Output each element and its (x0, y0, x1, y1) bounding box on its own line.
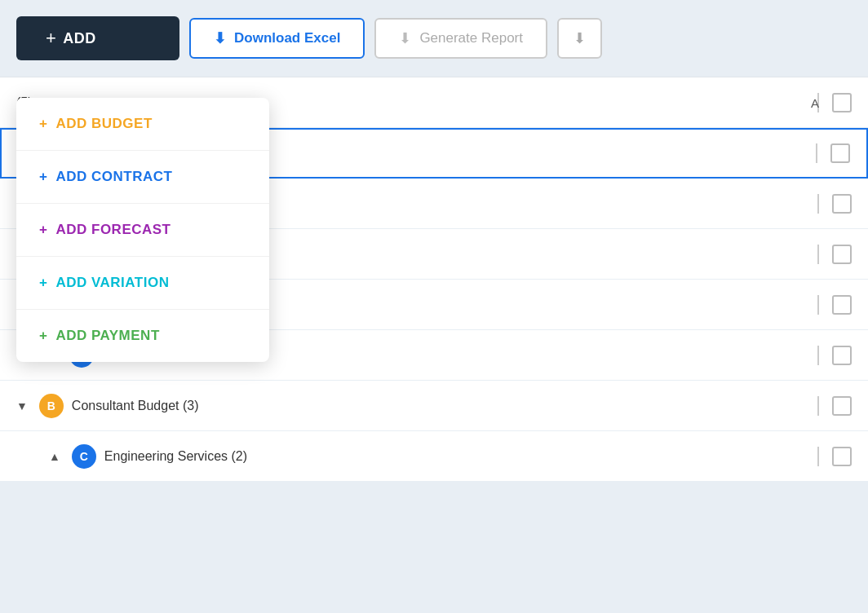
plus-icon: + (39, 275, 47, 291)
toolbar: + ADD ⬇ Download Excel ⬇ Generate Report… (0, 0, 868, 77)
download-excel-button[interactable]: ⬇ Download Excel (189, 18, 365, 59)
row-checkbox[interactable] (832, 447, 852, 466)
add-payment-label: ADD PAYMENT (55, 328, 159, 344)
add-payment-item[interactable]: + ADD PAYMENT (16, 310, 269, 362)
divider (817, 194, 819, 214)
more-button[interactable]: ⬇ (557, 18, 602, 59)
col-a: A (811, 95, 819, 109)
add-contract-item[interactable]: + ADD CONTRACT (16, 151, 269, 204)
row-checkbox[interactable] (830, 143, 850, 163)
badge-c: C (72, 444, 96, 469)
add-label: ADD (63, 30, 96, 47)
chevron-icon[interactable]: ▲ (49, 450, 60, 463)
row-checkbox[interactable] (832, 245, 852, 264)
row-checkbox[interactable] (832, 194, 852, 214)
badge-b: B (39, 394, 64, 418)
add-forecast-label: ADD FORECAST (55, 222, 170, 238)
add-budget-label: ADD BUDGET (55, 116, 152, 132)
dropdown-menu: + ADD BUDGET + ADD CONTRACT + ADD FORECA… (16, 98, 269, 362)
add-forecast-item[interactable]: + ADD FORECAST (16, 204, 269, 257)
plus-icon: + (46, 28, 56, 49)
add-budget-item[interactable]: + ADD BUDGET (16, 98, 269, 151)
row-checkbox[interactable] (832, 396, 852, 416)
row-content: ▼ B Consultant Budget (3) (16, 394, 852, 418)
download-excel-label: Download Excel (234, 30, 340, 46)
table-row: ▼ B Consultant Budget (3) (0, 381, 868, 431)
divider (817, 295, 819, 315)
divider (817, 245, 819, 264)
add-variation-item[interactable]: + ADD VARIATION (16, 257, 269, 310)
plus-icon: + (39, 116, 47, 132)
report-icon: ⬇ (399, 29, 411, 47)
row-checkbox[interactable] (832, 346, 852, 365)
plus-icon: + (39, 328, 47, 344)
add-button[interactable]: + ADD (16, 16, 179, 60)
generate-report-label: Generate Report (419, 30, 523, 46)
divider (817, 396, 819, 416)
plus-icon: + (39, 222, 47, 238)
divider (817, 447, 819, 466)
more-icon: ⬇ (574, 29, 586, 47)
row-checkbox[interactable] (832, 295, 852, 315)
divider (817, 346, 819, 365)
chevron-icon[interactable]: ▼ (16, 399, 28, 412)
row-checkbox[interactable] (832, 93, 852, 112)
download-icon: ⬇ (214, 29, 226, 47)
generate-report-button[interactable]: ⬇ Generate Report (374, 18, 547, 59)
table-row: ▲ C Engineering Services (2) (0, 431, 868, 482)
divider (816, 143, 817, 163)
row-label: Consultant Budget (3) (72, 399, 199, 413)
row-label: Engineering Services (2) (104, 449, 247, 464)
add-contract-label: ADD CONTRACT (55, 169, 172, 185)
plus-icon: + (39, 169, 47, 185)
add-variation-label: ADD VARIATION (55, 275, 169, 291)
row-content: ▲ C Engineering Services (2) (16, 444, 852, 469)
